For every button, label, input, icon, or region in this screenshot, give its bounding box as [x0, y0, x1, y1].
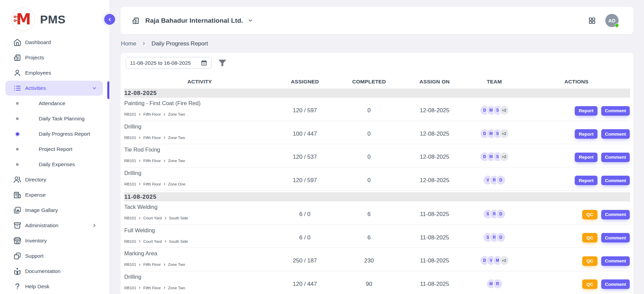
activity-title: Marking Area — [124, 250, 275, 257]
sidebar-item-support[interactable]: Support — [5, 249, 103, 263]
team-more-avatar[interactable]: +2 — [500, 256, 509, 265]
sidebar-item-inventory[interactable]: Inventory — [5, 233, 103, 248]
report-button[interactable]: Report — [575, 176, 597, 185]
filter-funnel-icon[interactable] — [217, 58, 227, 68]
comment-button[interactable]: Comment — [601, 106, 630, 116]
team-member-avatar[interactable]: D — [496, 210, 505, 218]
comment-button[interactable]: Comment — [601, 210, 630, 219]
team-more-avatar[interactable]: +2 — [500, 106, 509, 115]
sidebar-subitem-project-report[interactable]: Project Report — [5, 142, 104, 157]
sidebar-subitem-label: Daily Progress Report — [39, 131, 90, 137]
breadcrumb-home[interactable]: Home — [121, 40, 136, 47]
topbar: Raja Bahadur International Ltd. AD — [121, 7, 633, 34]
location-segment: RB101 — [124, 182, 136, 187]
chevron-right-icon — [92, 223, 97, 228]
activity-cell: Tack Welding RB101Court YardSouth Side — [124, 201, 275, 224]
sidebar-collapse-button[interactable] — [102, 12, 117, 27]
activity-title: Drilling — [124, 123, 275, 130]
team-cell: DMS+2 — [466, 121, 523, 144]
sidebar-item-administration[interactable]: Administration — [5, 218, 103, 233]
sidebar-subitem-attendance[interactable]: Attendance — [5, 96, 104, 111]
chevron-down-icon[interactable] — [247, 18, 253, 23]
chevron-right-icon — [163, 182, 166, 185]
report-button[interactable]: Report — [575, 106, 597, 116]
sidebar-item-directory[interactable]: Directory — [5, 172, 103, 187]
activity-cell: Drilling RB101Fifth FloorZone Two — [124, 271, 275, 294]
activity-location: RB101Court YardSouth Side — [124, 216, 275, 220]
sidebar-subitem-daily-task-planning[interactable]: Daily Task Planning — [5, 111, 104, 126]
sidebar-item-image-gallary[interactable]: Image Gallary — [5, 203, 103, 218]
table-row: Tack Welding RB101Court YardSouth Side 6… — [124, 201, 630, 225]
comment-button[interactable]: Comment — [601, 176, 630, 185]
table-row: Marking Area RB101Fifth FloorZone Two 25… — [124, 248, 630, 271]
location-segment: South Side — [169, 216, 188, 220]
user-avatar[interactable]: AD — [605, 14, 619, 27]
sidebar-item-label: Support — [25, 253, 43, 259]
sidebar-item-employees[interactable]: Employees — [5, 65, 103, 80]
sidebar-item-projects[interactable]: Projects — [5, 50, 103, 65]
activity-cell: Painting - First Coat (Fire Red) RB101Fi… — [124, 98, 275, 121]
comment-button[interactable]: Comment — [601, 129, 630, 139]
qc-button[interactable]: QC — [582, 279, 597, 289]
sidebar-item-label: Help Desk — [25, 283, 50, 290]
images-icon — [13, 206, 21, 214]
sidebar-item-activities[interactable]: Activities — [5, 81, 103, 96]
team-member-avatar[interactable]: D — [496, 233, 505, 242]
building-icon — [13, 54, 21, 62]
comment-button[interactable]: Comment — [601, 153, 630, 162]
activity-title: Painting - First Coat (Fire Red) — [124, 100, 275, 107]
filter-row: 11-08-2025 to 16-08-2025 — [126, 57, 630, 69]
date-group: 11-08-2025 Tack Welding RB101Court YardS… — [124, 192, 630, 294]
company-selector[interactable]: Raja Bahadur International Ltd. — [145, 17, 243, 24]
location-segment: Zone Two — [168, 262, 185, 267]
sidebar-item-label: Directory — [25, 177, 46, 183]
activity-location: RB101Fifth FloorZone Two — [124, 286, 275, 290]
chevron-right-icon — [138, 286, 141, 289]
comment-button[interactable]: Comment — [601, 279, 630, 289]
breadcrumb-current: Daily Progress Report — [151, 40, 208, 47]
apps-grid-icon[interactable] — [588, 17, 596, 24]
sidebar-item-label: Administration — [25, 222, 58, 229]
column-header-assign-on: Assign On — [403, 79, 466, 85]
team-more-avatar[interactable]: +2 — [500, 152, 509, 161]
sidebar-item-expense[interactable]: Expense — [5, 188, 103, 202]
qc-button[interactable]: QC — [582, 210, 597, 219]
table-row: Full Welding RB101Court YardSouth Side 6… — [124, 225, 630, 248]
chevron-right-icon — [138, 113, 141, 116]
report-button[interactable]: Report — [575, 129, 597, 139]
team-cell: SRD — [466, 225, 523, 248]
sidebar-subitem-daily-progress-report[interactable]: Daily Progress Report — [5, 126, 104, 141]
home-icon — [13, 38, 21, 46]
assigned-cell: 120 / 597 — [275, 168, 335, 191]
actions-cell: QCComment — [523, 248, 630, 271]
report-button[interactable]: Report — [575, 153, 597, 162]
avatar-initials: AD — [608, 18, 615, 23]
chevron-right-icon — [138, 263, 141, 266]
date-range-value: 11-08-2025 to 16-08-2025 — [130, 60, 201, 66]
activity-location: RB101Fifth FloorZone Two — [124, 262, 275, 267]
team-more-avatar[interactable]: +2 — [500, 129, 509, 138]
date-range-input[interactable]: 11-08-2025 to 16-08-2025 — [126, 57, 211, 69]
location-segment: RB101 — [124, 112, 136, 117]
help-icon: ? — [13, 282, 21, 291]
team-member-avatar[interactable]: D — [496, 176, 505, 184]
comment-button[interactable]: Comment — [601, 256, 630, 266]
team-member-avatar[interactable]: R — [493, 279, 502, 288]
sidebar-item-documentation[interactable]: Documentation — [5, 264, 103, 279]
sidebar-subitem-daily-expenses[interactable]: Daily Expenses — [5, 157, 104, 172]
actions-cell: QCComment — [523, 271, 630, 294]
qc-button[interactable]: QC — [582, 233, 597, 242]
assign-on-cell: 12-08-2025 — [403, 168, 466, 191]
qc-button[interactable]: QC — [582, 256, 597, 266]
activity-location: RB101Fifth FloorZone Two — [124, 135, 275, 140]
location-segment: Court Yard — [143, 216, 162, 220]
newspaper-icon — [13, 191, 21, 199]
bullet-dot-icon — [15, 163, 19, 166]
content-card: 11-08-2025 to 16-08-2025 ActivityAssigne… — [121, 53, 633, 294]
sidebar-item-help-desk[interactable]: ?Help Desk — [5, 279, 103, 294]
sidebar-item-dashboard[interactable]: Dashboard — [5, 35, 103, 50]
actions-cell: QCComment — [523, 201, 630, 224]
location-segment: Zone Two — [168, 158, 185, 163]
comment-button[interactable]: Comment — [601, 233, 630, 242]
location-segment: RB101 — [124, 286, 136, 290]
